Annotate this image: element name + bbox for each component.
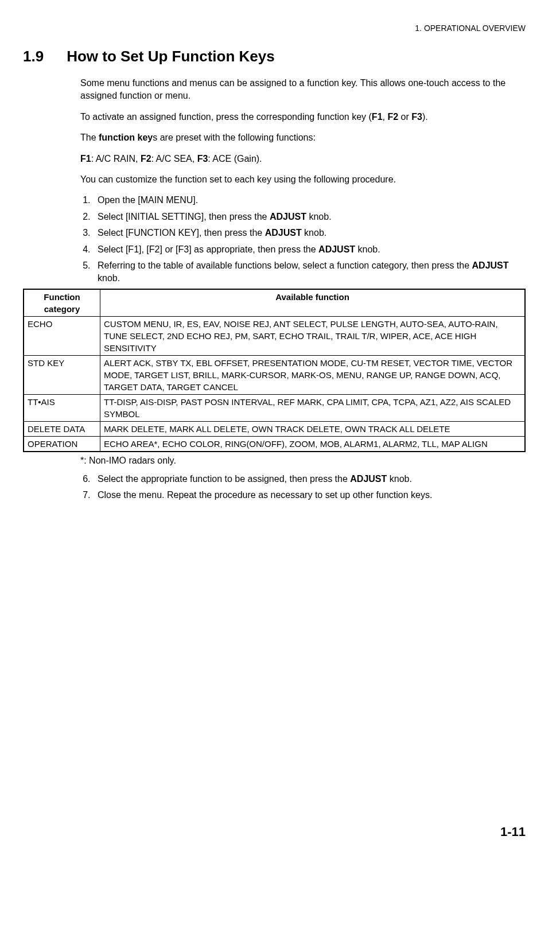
key-label-f2: F2 xyxy=(141,154,151,164)
bold-text: ADJUST xyxy=(270,212,306,221)
text-fragment: Select [INITIAL SETTING], then press the xyxy=(98,212,270,221)
step-3: Select [FUNCTION KEY], then press the AD… xyxy=(93,227,526,239)
bold-text: function key xyxy=(99,133,153,142)
text-fragment: : ACE (Gain). xyxy=(208,154,262,164)
bold-text: ADJUST xyxy=(318,244,355,254)
page-number: 1-11 xyxy=(23,823,526,841)
step-7: Close the menu. Repeat the procedure as … xyxy=(93,489,526,501)
chapter-header: 1. OPERATIONAL OVERVIEW xyxy=(23,23,526,34)
table-row: ECHO CUSTOM MENU, IR, ES, EAV, NOISE REJ… xyxy=(24,316,525,355)
key-label-f3: F3 xyxy=(411,112,422,122)
table-row: STD KEY ALERT ACK, STBY TX, EBL OFFSET, … xyxy=(24,355,525,394)
key-label-f3: F3 xyxy=(197,154,208,164)
step-1: Open the [MAIN MENU]. xyxy=(93,194,526,207)
table-row: OPERATION ECHO AREA*, ECHO COLOR, RING(O… xyxy=(24,436,525,452)
table-row: TT•AIS TT-DISP, AIS-DISP, PAST POSN INTE… xyxy=(24,394,525,421)
text-fragment: knob. xyxy=(387,474,412,484)
text-fragment: The xyxy=(80,133,99,142)
text-fragment: Select the appropriate function to be as… xyxy=(98,474,350,484)
intro-paragraph-3: The function keys are preset with the fo… xyxy=(80,131,526,144)
text-fragment: : A/C RAIN, xyxy=(91,154,141,164)
cell-category: TT•AIS xyxy=(24,394,100,421)
text-fragment: Referring to the table of available func… xyxy=(98,260,472,270)
text-fragment: or xyxy=(398,112,411,122)
text-fragment: knob. xyxy=(306,212,332,221)
text-fragment: Select [FUNCTION KEY], then press the xyxy=(98,228,265,238)
header-function-category: Function category xyxy=(24,289,100,317)
text-fragment: knob. xyxy=(355,244,380,254)
intro-paragraph-5: You can customize the function set to ea… xyxy=(80,173,526,186)
table-footnote: *: Non-IMO radars only. xyxy=(80,454,526,467)
text-fragment: To activate an assigned function, press … xyxy=(80,112,372,122)
table-header-row: Function category Available function xyxy=(24,289,525,317)
key-label-f1: F1 xyxy=(80,154,91,164)
section-title: How to Set Up Function Keys xyxy=(67,46,275,67)
intro-paragraph-1: Some menu functions and menus can be ass… xyxy=(80,77,526,103)
step-6: Select the appropriate function to be as… xyxy=(93,473,526,485)
intro-paragraph-2: To activate an assigned function, press … xyxy=(80,111,526,123)
table-row: DELETE DATA MARK DELETE, MARK ALL DELETE… xyxy=(24,421,525,436)
bold-text: ADJUST xyxy=(265,228,302,238)
cell-category: STD KEY xyxy=(24,355,100,394)
text-fragment: ). xyxy=(422,112,428,122)
text-fragment: knob. xyxy=(98,273,120,283)
section-number: 1.9 xyxy=(23,46,44,67)
procedure-list-continued: Select the appropriate function to be as… xyxy=(80,473,526,502)
cell-category: ECHO xyxy=(24,316,100,355)
cell-category: OPERATION xyxy=(24,436,100,452)
step-2: Select [INITIAL SETTING], then press the… xyxy=(93,211,526,223)
procedure-list: Open the [MAIN MENU]. Select [INITIAL SE… xyxy=(80,194,526,285)
text-fragment: knob. xyxy=(302,228,327,238)
cell-functions: CUSTOM MENU, IR, ES, EAV, NOISE REJ, ANT… xyxy=(100,316,526,355)
step-5: Referring to the table of available func… xyxy=(93,259,526,285)
cell-functions: ECHO AREA*, ECHO COLOR, RING(ON/OFF), ZO… xyxy=(100,436,526,452)
text-fragment: : A/C SEA, xyxy=(151,154,197,164)
key-label-f2: F2 xyxy=(387,112,398,122)
bold-text: ADJUST xyxy=(350,474,387,484)
header-available-function: Available function xyxy=(100,289,526,317)
text-fragment: s are preset with the following function… xyxy=(153,133,316,142)
cell-functions: MARK DELETE, MARK ALL DELETE, OWN TRACK … xyxy=(100,421,526,436)
intro-paragraph-4: F1: A/C RAIN, F2: A/C SEA, F3: ACE (Gain… xyxy=(80,153,526,165)
bold-text: ADJUST xyxy=(472,260,509,270)
cell-category: DELETE DATA xyxy=(24,421,100,436)
text-fragment: Select [F1], [F2] or [F3] as appropriate… xyxy=(98,244,318,254)
cell-functions: ALERT ACK, STBY TX, EBL OFFSET, PRESENTA… xyxy=(100,355,526,394)
step-4: Select [F1], [F2] or [F3] as appropriate… xyxy=(93,243,526,256)
cell-functions: TT-DISP, AIS-DISP, PAST POSN INTERVAL, R… xyxy=(100,394,526,421)
function-table: Function category Available function ECH… xyxy=(23,289,526,452)
key-label-f1: F1 xyxy=(372,112,383,122)
